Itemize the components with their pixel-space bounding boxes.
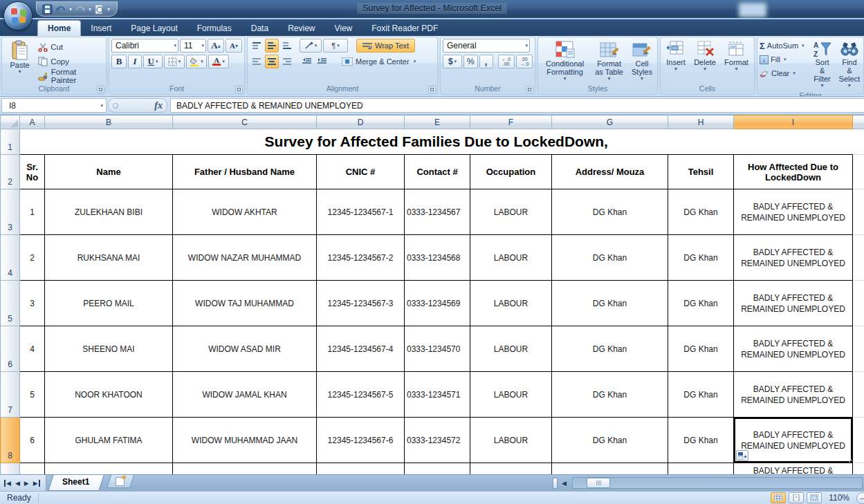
- accounting-format-button[interactable]: $▾: [443, 55, 462, 68]
- header-cnic[interactable]: CNIC #: [317, 155, 405, 189]
- paste-button[interactable]: Paste ▾: [4, 39, 35, 83]
- undo-dropdown-icon[interactable]: ▾: [69, 6, 72, 12]
- column-header-partial[interactable]: [853, 115, 864, 129]
- number-dialog-launcher[interactable]: [526, 86, 533, 93]
- autofill-options-icon[interactable]: +: [736, 450, 748, 461]
- office-button[interactable]: [3, 1, 33, 30]
- row-header-1[interactable]: 1: [1, 129, 20, 155]
- font-name-combo[interactable]: Calibri▾: [111, 39, 178, 53]
- first-sheet-icon[interactable]: ◀: [4, 480, 11, 487]
- underline-button[interactable]: U▾: [143, 55, 163, 68]
- tab-insert[interactable]: Insert: [81, 21, 121, 36]
- qat-customize-icon[interactable]: ▾: [107, 6, 110, 12]
- align-center-button[interactable]: [265, 55, 279, 68]
- insert-worksheet-tab[interactable]: [109, 475, 132, 491]
- align-left-button[interactable]: [250, 55, 264, 68]
- fill-button[interactable]: ↓ Fill ▾: [760, 53, 805, 66]
- borders-button[interactable]: ▾: [164, 55, 185, 68]
- header-father-husband[interactable]: Father / Husband Name: [173, 155, 317, 189]
- italic-button[interactable]: I: [128, 55, 142, 68]
- autosum-button[interactable]: Σ AutoSum ▾: [760, 39, 805, 52]
- insert-cells-button[interactable]: Insert ▾: [663, 39, 688, 83]
- zoom-out-icon[interactable]: –: [856, 492, 864, 504]
- row-header-4[interactable]: 4: [1, 235, 20, 281]
- column-header-f[interactable]: F: [470, 115, 552, 129]
- sheet-tab-sheet1[interactable]: Sheet1: [53, 475, 99, 491]
- increase-indent-button[interactable]: [315, 55, 329, 68]
- fill-handle[interactable]: [849, 460, 853, 463]
- scroll-left-icon[interactable]: ◀: [562, 480, 567, 487]
- decrease-decimal-button[interactable]: .00→.0: [516, 55, 533, 68]
- header-affected[interactable]: How Afftected Due to LockedDown: [734, 155, 853, 189]
- copy-button[interactable]: Copy: [37, 55, 104, 68]
- row-header-2[interactable]: 2: [1, 155, 20, 189]
- tab-page-layout[interactable]: Page Layout: [121, 21, 187, 36]
- page-break-view-button[interactable]: [807, 492, 822, 503]
- undo-icon[interactable]: [55, 4, 66, 14]
- orientation-button[interactable]: ▾: [300, 39, 322, 53]
- format-painter-button[interactable]: Format Painter: [37, 70, 104, 82]
- font-dialog-launcher[interactable]: [235, 86, 243, 93]
- formula-input[interactable]: BADLY AFFECTED & REMAINED UNEMPLOYED: [170, 98, 864, 113]
- comma-style-button[interactable]: ,: [479, 55, 493, 68]
- tab-home[interactable]: Home: [37, 20, 81, 36]
- alignment-dialog-launcher[interactable]: [428, 86, 436, 93]
- fill-color-button[interactable]: ▾: [186, 55, 207, 68]
- cut-button[interactable]: Cut: [37, 41, 104, 53]
- font-size-combo[interactable]: 11▾: [180, 39, 206, 53]
- format-as-table-button[interactable]: Format as Table ▾: [591, 39, 627, 83]
- select-all-corner[interactable]: [1, 115, 20, 129]
- row-header-5[interactable]: 5: [1, 281, 20, 326]
- page-layout-view-button[interactable]: [789, 492, 804, 503]
- number-format-combo[interactable]: General▾: [443, 39, 530, 53]
- bold-button[interactable]: B: [111, 55, 127, 68]
- increase-decimal-button[interactable]: ←.0.00: [498, 55, 515, 68]
- row-header-6[interactable]: 6: [1, 326, 20, 372]
- horizontal-scrollbar[interactable]: [572, 477, 863, 489]
- cell-styles-button[interactable]: Cell Styles ▾: [629, 39, 655, 83]
- window-controls[interactable]: [739, 3, 766, 17]
- wrap-text-button[interactable]: Wrap Text: [356, 39, 415, 53]
- align-middle-button[interactable]: [265, 39, 279, 53]
- last-sheet-icon[interactable]: ▶: [33, 480, 40, 487]
- tab-split-handle[interactable]: [553, 478, 558, 489]
- name-box[interactable]: I8 ▾: [1, 98, 107, 113]
- text-direction-button[interactable]: ¶ ▾: [323, 39, 348, 53]
- header-sr-no[interactable]: Sr. No: [20, 155, 45, 189]
- print-preview-icon[interactable]: [94, 4, 104, 15]
- align-bottom-button[interactable]: [280, 39, 294, 53]
- header-address[interactable]: Address/ Mouza: [552, 155, 668, 189]
- horizontal-scrollbar-thumb[interactable]: [587, 478, 610, 488]
- sort-filter-button[interactable]: AZ Sort & Filter ▾: [810, 39, 835, 90]
- row-header-8[interactable]: 8: [1, 418, 20, 463]
- align-right-button[interactable]: [280, 55, 294, 68]
- delete-cells-button[interactable]: Delete ▾: [691, 39, 719, 83]
- header-name[interactable]: Name: [45, 155, 173, 189]
- shrink-font-button[interactable]: A▾: [226, 39, 242, 53]
- header-contact[interactable]: Contact #: [405, 155, 470, 189]
- clear-button[interactable]: Clear ▾: [760, 67, 805, 80]
- merge-center-button[interactable]: Merge & Center ▾: [338, 55, 419, 68]
- normal-view-button[interactable]: [771, 492, 786, 503]
- redo-icon[interactable]: [75, 4, 86, 14]
- column-header-i[interactable]: I: [734, 115, 853, 129]
- align-top-button[interactable]: [250, 39, 264, 53]
- column-header-b[interactable]: B: [45, 115, 173, 129]
- tab-review[interactable]: Review: [278, 21, 324, 36]
- namebox-split-handle[interactable]: [113, 103, 118, 109]
- column-header-g[interactable]: G: [552, 115, 668, 129]
- format-cells-button[interactable]: Format ▾: [721, 39, 751, 83]
- next-sheet-icon[interactable]: ▶: [24, 480, 29, 487]
- paste-dropdown-icon[interactable]: ▾: [19, 69, 21, 75]
- row-header-9[interactable]: [1, 463, 20, 475]
- tab-data[interactable]: Data: [241, 21, 278, 36]
- conditional-formatting-button[interactable]: Conditional Formatting ▾: [540, 39, 589, 83]
- percent-style-button[interactable]: %: [463, 55, 478, 68]
- column-header-d[interactable]: D: [317, 115, 405, 129]
- tab-view[interactable]: View: [324, 21, 362, 36]
- tab-formulas[interactable]: Formulas: [187, 21, 241, 36]
- row-header-3[interactable]: 3: [1, 189, 20, 235]
- column-header-c[interactable]: C: [173, 115, 317, 129]
- find-select-button[interactable]: Find & Select ▾: [836, 39, 863, 90]
- decrease-indent-button[interactable]: [300, 55, 313, 68]
